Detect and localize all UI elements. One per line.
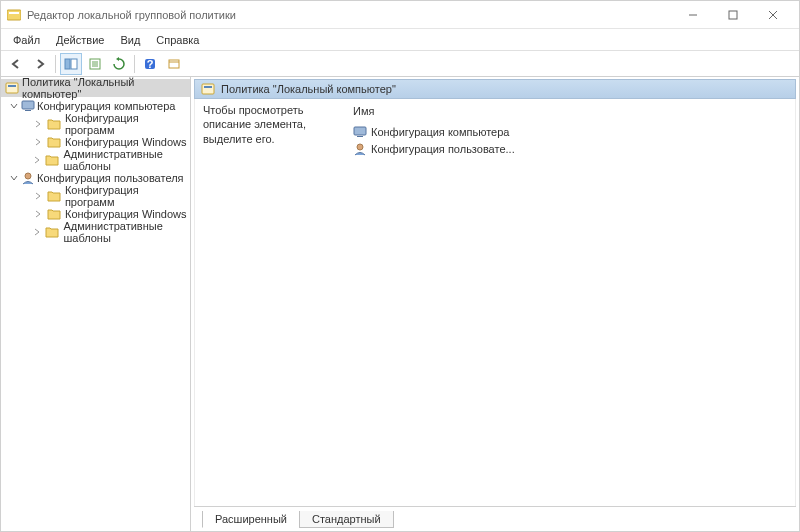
app-icon bbox=[7, 8, 21, 22]
tree-user-config: Конфигурация пользователя Конфигурация п… bbox=[1, 169, 190, 241]
help-button[interactable]: ? bbox=[139, 53, 161, 75]
tree-label: Административные шаблоны bbox=[63, 220, 190, 244]
policy-icon bbox=[201, 82, 215, 96]
svg-rect-23 bbox=[354, 127, 366, 135]
tree-label: Конфигурация пользователя bbox=[37, 172, 184, 184]
svg-rect-19 bbox=[25, 110, 31, 111]
back-button[interactable] bbox=[5, 53, 27, 75]
name-column: Имя Конфигурация компьютера Конфигурация… bbox=[353, 103, 787, 502]
folder-icon bbox=[45, 154, 59, 166]
policy-icon bbox=[5, 81, 19, 95]
chevron-right-icon[interactable] bbox=[33, 227, 41, 237]
toolbar-separator bbox=[134, 55, 135, 73]
tree-item-programs[interactable]: Конфигурация программ bbox=[23, 115, 190, 133]
column-header-name[interactable]: Имя bbox=[353, 103, 787, 123]
tree-root[interactable]: Политика "Локальный компьютер" bbox=[1, 79, 190, 97]
svg-rect-1 bbox=[9, 12, 19, 14]
tab-standard[interactable]: Стандартный bbox=[299, 511, 394, 528]
close-button[interactable] bbox=[753, 3, 793, 27]
main-area: Политика "Локальный компьютер" Конфигура… bbox=[1, 77, 799, 531]
export-list-button[interactable] bbox=[84, 53, 106, 75]
svg-point-25 bbox=[357, 144, 363, 150]
tree-item-templates[interactable]: Административные шаблоны bbox=[23, 151, 190, 169]
menu-bar: Файл Действие Вид Справка bbox=[1, 29, 799, 51]
list-item-label: Конфигурация пользовате... bbox=[371, 143, 515, 155]
description-hint: Чтобы просмотреть описание элемента, выд… bbox=[203, 103, 343, 146]
computer-config-icon bbox=[353, 125, 367, 139]
show-hide-tree-button[interactable] bbox=[60, 53, 82, 75]
details-body: Чтобы просмотреть описание элемента, выд… bbox=[194, 99, 796, 506]
tree-label: Конфигурация программ bbox=[65, 112, 190, 136]
folder-icon bbox=[45, 226, 59, 238]
svg-rect-16 bbox=[6, 83, 18, 93]
chevron-down-icon[interactable] bbox=[9, 101, 19, 111]
tree-label: Конфигурация Windows bbox=[65, 136, 187, 148]
tree-root-label: Политика "Локальный компьютер" bbox=[22, 77, 186, 100]
svg-text:?: ? bbox=[147, 58, 154, 70]
svg-rect-0 bbox=[7, 10, 21, 20]
details-header-title: Политика "Локальный компьютер" bbox=[221, 83, 396, 95]
minimize-button[interactable] bbox=[673, 3, 713, 27]
tree-item-programs[interactable]: Конфигурация программ bbox=[23, 187, 190, 205]
details-header: Политика "Локальный компьютер" bbox=[194, 79, 796, 99]
tree-label: Административные шаблоны bbox=[63, 148, 190, 172]
maximize-button[interactable] bbox=[713, 3, 753, 27]
svg-rect-14 bbox=[169, 60, 179, 68]
chevron-right-icon[interactable] bbox=[33, 119, 43, 129]
svg-rect-6 bbox=[65, 59, 70, 69]
svg-rect-7 bbox=[71, 59, 77, 69]
chevron-down-icon[interactable] bbox=[9, 173, 19, 183]
menu-view[interactable]: Вид bbox=[112, 32, 148, 48]
svg-rect-3 bbox=[729, 11, 737, 19]
tree-label: Конфигурация Windows bbox=[65, 208, 187, 220]
toolbar: ? bbox=[1, 51, 799, 77]
chevron-right-icon[interactable] bbox=[33, 137, 43, 147]
svg-point-20 bbox=[25, 173, 31, 179]
svg-rect-22 bbox=[204, 86, 212, 88]
chevron-right-icon[interactable] bbox=[33, 191, 43, 201]
folder-icon bbox=[47, 118, 61, 130]
details-pane: Политика "Локальный компьютер" Чтобы про… bbox=[191, 77, 799, 531]
list-item[interactable]: Конфигурация пользовате... bbox=[353, 140, 787, 157]
tree-computer-config: Конфигурация компьютера Конфигурация про… bbox=[1, 97, 190, 169]
properties-button[interactable] bbox=[163, 53, 185, 75]
window-title: Редактор локальной групповой политики bbox=[27, 9, 673, 21]
computer-config-icon bbox=[21, 99, 35, 113]
tree-label: Конфигурация компьютера bbox=[37, 100, 175, 112]
tree-label: Конфигурация программ bbox=[65, 184, 190, 208]
svg-rect-21 bbox=[202, 84, 214, 94]
menu-help[interactable]: Справка bbox=[148, 32, 207, 48]
tab-extended[interactable]: Расширенный bbox=[202, 511, 300, 528]
tree-pane[interactable]: Политика "Локальный компьютер" Конфигура… bbox=[1, 77, 191, 531]
list-item[interactable]: Конфигурация компьютера bbox=[353, 123, 787, 140]
svg-rect-18 bbox=[22, 101, 34, 109]
forward-button[interactable] bbox=[29, 53, 51, 75]
svg-rect-17 bbox=[8, 85, 16, 87]
svg-rect-24 bbox=[357, 136, 363, 137]
list-item-label: Конфигурация компьютера bbox=[371, 126, 509, 138]
refresh-button[interactable] bbox=[108, 53, 130, 75]
folder-icon bbox=[47, 190, 61, 202]
title-bar: Редактор локальной групповой политики bbox=[1, 1, 799, 29]
chevron-right-icon[interactable] bbox=[33, 155, 41, 165]
chevron-right-icon[interactable] bbox=[33, 209, 43, 219]
user-config-icon bbox=[353, 142, 367, 156]
menu-file[interactable]: Файл bbox=[5, 32, 48, 48]
folder-icon bbox=[47, 136, 61, 148]
tree-item-templates[interactable]: Административные шаблоны bbox=[23, 223, 190, 241]
menu-action[interactable]: Действие bbox=[48, 32, 112, 48]
user-config-icon bbox=[21, 171, 35, 185]
bottom-tabs: Расширенный Стандартный bbox=[194, 506, 796, 528]
description-column: Чтобы просмотреть описание элемента, выд… bbox=[203, 103, 353, 502]
toolbar-separator bbox=[55, 55, 56, 73]
folder-icon bbox=[47, 208, 61, 220]
